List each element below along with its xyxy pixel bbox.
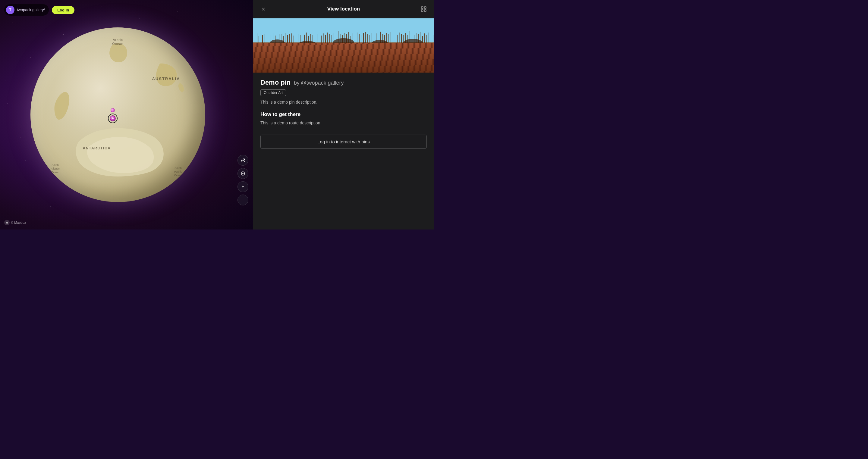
panel-content: Demo pin by @twopack.gallery Outsider Ar… [253, 73, 434, 230]
svg-point-104 [270, 39, 285, 47]
svg-rect-53 [327, 33, 328, 44]
mapbox-text: © Mapbox [11, 221, 26, 224]
svg-point-2 [244, 159, 245, 160]
svg-rect-88 [401, 34, 402, 44]
mapbox-attribution: M © Mapbox [4, 220, 26, 225]
locate-button[interactable] [238, 168, 248, 179]
pin-name: Demo pin [260, 78, 290, 86]
label-s-pacific2-svg: Pacific [174, 170, 182, 173]
svg-rect-30 [279, 34, 279, 44]
site-name: twopack.galleryα [17, 7, 45, 12]
svg-point-110 [321, 43, 336, 49]
site-name-text: twopack.gallery [17, 8, 44, 12]
svg-rect-101 [429, 33, 429, 44]
route-description: This is a demo route description [260, 120, 427, 126]
svg-rect-18 [255, 35, 255, 44]
svg-rect-19 [257, 33, 257, 44]
pin-outer-ring [108, 113, 118, 123]
svg-point-107 [371, 40, 388, 47]
expand-button[interactable] [420, 5, 428, 13]
svg-rect-27 [273, 33, 273, 44]
svg-rect-103 [433, 35, 433, 44]
logo-area: T twopack.galleryα [4, 4, 49, 16]
zoom-in-button[interactable]: + [238, 181, 248, 192]
svg-rect-102 [431, 34, 431, 44]
svg-rect-22 [262, 35, 263, 44]
map-controls: + − [238, 155, 248, 205]
svg-rect-41 [302, 33, 302, 44]
svg-rect-67 [357, 33, 358, 44]
close-button[interactable]: × [259, 5, 268, 13]
svg-rect-39 [298, 34, 299, 44]
svg-rect-84 [393, 36, 393, 44]
svg-rect-79 [382, 34, 383, 44]
svg-rect-68 [359, 34, 360, 44]
svg-point-0 [177, 83, 185, 93]
logo-avatar: T [6, 6, 14, 14]
pin-inner [110, 116, 116, 121]
svg-point-3 [244, 161, 245, 162]
svg-rect-23 [265, 34, 265, 44]
svg-rect-90 [405, 33, 406, 44]
svg-rect-56 [334, 33, 334, 44]
svg-point-5 [242, 173, 244, 174]
header: T twopack.galleryα Log in [4, 4, 74, 16]
svg-rect-26 [271, 35, 271, 44]
svg-rect-86 [397, 35, 398, 44]
label-s-pacific3-svg: Ocean [174, 174, 182, 177]
svg-rect-43 [306, 33, 307, 44]
svg-rect-17 [253, 42, 434, 73]
svg-rect-77 [378, 36, 378, 44]
mapbox-logo-icon: M [4, 220, 10, 225]
svg-rect-78 [380, 32, 381, 44]
svg-rect-100 [427, 35, 427, 44]
svg-point-105 [299, 41, 316, 47]
svg-rect-48 [317, 34, 317, 44]
svg-rect-51 [323, 33, 324, 44]
svg-rect-31 [281, 34, 281, 44]
svg-rect-87 [399, 33, 400, 44]
svg-rect-21 [261, 33, 261, 44]
pin-title-row: Demo pin by @twopack.gallery [260, 78, 427, 87]
how-to-get-title: How to get there [260, 111, 427, 118]
landscape-svg [253, 19, 434, 73]
svg-rect-82 [389, 34, 389, 44]
pin-tag: Outsider Art [260, 90, 286, 96]
svg-rect-38 [296, 32, 296, 44]
svg-text:M: M [6, 222, 8, 224]
label-australia-svg: AUSTRALIA [152, 76, 180, 81]
pin-description: This is a demo pin description. [260, 99, 427, 105]
zoom-out-button[interactable]: − [238, 195, 248, 205]
svg-point-112 [390, 44, 406, 49]
globe-container: Arctic Ocean AUSTRALIA ANTARCTICA South … [30, 27, 205, 202]
svg-rect-15 [424, 10, 426, 11]
label-s-atlantic2-svg: Atlantic [51, 167, 60, 170]
pin-by-label: by [294, 80, 300, 86]
svg-rect-36 [291, 33, 292, 44]
svg-rect-92 [410, 31, 410, 44]
login-interact-button[interactable]: Log in to interact with pins [260, 135, 427, 149]
label-s-atlantic3-svg: Ocean [51, 171, 59, 174]
svg-rect-80 [384, 35, 385, 44]
svg-rect-74 [372, 33, 372, 44]
share-icon [241, 158, 245, 163]
label-s-atlantic-svg: South [52, 164, 59, 167]
svg-rect-33 [285, 33, 285, 44]
svg-rect-25 [269, 33, 269, 44]
panel-title: View location [327, 6, 360, 12]
pin-author: @twopack.gallery [301, 80, 344, 86]
login-button[interactable]: Log in [52, 6, 74, 14]
side-panel: × View location [253, 0, 434, 230]
map-pin[interactable] [108, 113, 118, 123]
svg-rect-50 [321, 36, 321, 44]
svg-rect-32 [283, 36, 284, 44]
svg-rect-20 [258, 36, 259, 44]
svg-rect-76 [376, 33, 376, 44]
svg-rect-54 [330, 34, 330, 44]
globe: Arctic Ocean AUSTRALIA ANTARCTICA South … [30, 27, 205, 202]
svg-rect-83 [391, 32, 391, 44]
label-antarctica-svg: ANTARCTICA [83, 146, 111, 150]
svg-rect-63 [348, 32, 349, 44]
svg-rect-58 [338, 31, 338, 44]
share-button[interactable] [238, 155, 248, 166]
